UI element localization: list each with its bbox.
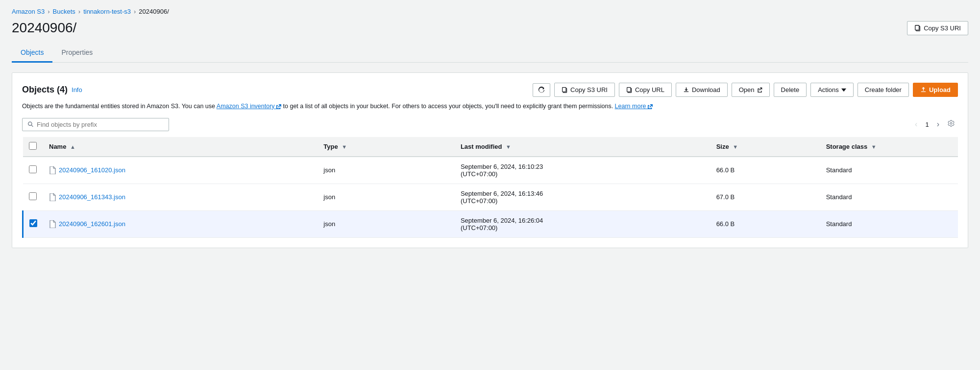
row2-modified: September 6, 2024, 16:13:46(UTC+07:00): [455, 184, 710, 210]
svg-point-8: [28, 122, 32, 125]
row1-name-cell: 20240906_161020.json: [43, 157, 318, 184]
row3-checkbox-cell[interactable]: [23, 210, 44, 237]
col-header-name[interactable]: Name ▲: [43, 137, 318, 157]
delete-button[interactable]: Delete: [774, 83, 807, 97]
tab-properties[interactable]: Properties: [52, 44, 101, 63]
description-row: Objects are the fundamental entities sto…: [22, 102, 958, 111]
objects-table: Name ▲ Type ▼ Last modified ▼ Size ▼ Sto…: [22, 137, 958, 238]
inventory-link[interactable]: Amazon S3 inventory: [217, 103, 281, 110]
svg-rect-3: [563, 88, 566, 92]
breadcrumb-amazon-s3[interactable]: Amazon S3: [12, 8, 45, 15]
search-bar[interactable]: [22, 118, 169, 131]
page-header: 20240906/ Copy S3 URI: [12, 20, 968, 36]
col-header-storage[interactable]: Storage class ▼: [820, 137, 958, 157]
search-input[interactable]: [37, 121, 164, 128]
svg-rect-5: [627, 88, 631, 92]
copy-url-button[interactable]: Copy URL: [619, 83, 672, 97]
row1-checkbox-cell[interactable]: [23, 157, 44, 184]
copy-s3-uri-header-button[interactable]: Copy S3 URI: [907, 21, 968, 35]
open-external-icon: [757, 87, 762, 92]
row3-type: json: [318, 210, 455, 237]
header-checkbox-cell[interactable]: [23, 137, 44, 157]
breadcrumb: Amazon S3 › Buckets › tinnakorn-test-s3 …: [12, 8, 968, 15]
row3-modified: September 6, 2024, 16:26:04(UTC+07:00): [455, 210, 710, 237]
row2-checkbox[interactable]: [29, 192, 37, 200]
open-button[interactable]: Open: [732, 83, 770, 97]
size-sort-icon: ▼: [733, 144, 738, 150]
breadcrumb-sep-1: ›: [48, 8, 49, 15]
refresh-icon: [538, 87, 545, 93]
table-settings-button[interactable]: [944, 118, 958, 130]
name-sort-icon: ▲: [70, 144, 75, 150]
info-link[interactable]: Info: [72, 86, 82, 93]
upload-icon: [920, 87, 927, 93]
actions-chevron-icon: [841, 88, 846, 92]
table-row: 20240906_162601.json json September 6, 2…: [23, 210, 958, 237]
actions-button[interactable]: Actions: [810, 83, 854, 97]
row3-checkbox[interactable]: [29, 219, 37, 227]
breadcrumb-buckets[interactable]: Buckets: [53, 8, 75, 15]
row2-file-link[interactable]: 20240906_161343.json: [59, 193, 125, 201]
col-header-type[interactable]: Type ▼: [318, 137, 455, 157]
svg-line-9: [31, 125, 33, 127]
breadcrumb-current-folder: 20240906/: [139, 8, 169, 15]
copy-icon: [914, 24, 921, 31]
copy-url-icon: [626, 87, 633, 93]
row1-size: 66.0 B: [710, 157, 820, 184]
objects-title: Objects (4): [22, 85, 68, 95]
download-button[interactable]: Download: [676, 83, 728, 97]
table-header-row: Name ▲ Type ▼ Last modified ▼ Size ▼ Sto…: [23, 137, 958, 157]
svg-rect-1: [915, 25, 919, 30]
tab-objects[interactable]: Objects: [12, 44, 52, 63]
download-icon: [683, 87, 689, 93]
row1-modified: September 6, 2024, 16:10:23(UTC+07:00): [455, 157, 710, 184]
col-header-size[interactable]: Size ▼: [710, 137, 820, 157]
create-folder-button[interactable]: Create folder: [858, 83, 909, 97]
search-pagination-row: ‹ 1 ›: [22, 118, 958, 131]
row1-file-link[interactable]: 20240906_161020.json: [59, 166, 125, 174]
row1-storage: Standard: [820, 157, 958, 184]
breadcrumb-bucket-name[interactable]: tinnakorn-test-s3: [83, 8, 131, 15]
learn-more-link[interactable]: Learn more: [615, 103, 653, 110]
table-row: 20240906_161343.json json September 6, 2…: [23, 184, 958, 210]
select-all-checkbox[interactable]: [29, 142, 37, 150]
search-icon: [27, 121, 34, 128]
row3-file-link[interactable]: 20240906_162601.json: [59, 220, 125, 228]
row1-checkbox[interactable]: [29, 165, 37, 173]
pagination-current: 1: [922, 120, 931, 129]
row2-size: 67.0 B: [710, 184, 820, 210]
toolbar: Objects (4) Info Copy S3 URI: [22, 83, 958, 97]
row2-type: json: [318, 184, 455, 210]
storage-sort-icon: ▼: [871, 144, 877, 150]
file-icon: [49, 166, 56, 174]
pagination-next-button[interactable]: ›: [934, 119, 942, 130]
breadcrumb-sep-3: ›: [134, 8, 136, 15]
row3-storage: Standard: [820, 210, 958, 237]
row1-type: json: [318, 157, 455, 184]
row2-storage: Standard: [820, 184, 958, 210]
settings-icon: [947, 119, 955, 127]
objects-panel: Objects (4) Info Copy S3 URI: [12, 72, 968, 248]
type-sort-icon: ▼: [342, 144, 347, 150]
page-title: 20240906/: [12, 20, 76, 36]
file-icon: [49, 220, 56, 228]
row2-name-cell: 20240906_161343.json: [43, 184, 318, 210]
refresh-button[interactable]: [533, 83, 550, 97]
objects-count-header: Objects (4) Info: [22, 85, 82, 95]
svg-rect-7: [921, 92, 926, 92]
table-row: 20240906_161020.json json September 6, 2…: [23, 157, 958, 184]
col-header-modified[interactable]: Last modified ▼: [455, 137, 710, 157]
breadcrumb-sep-2: ›: [78, 8, 80, 15]
svg-rect-6: [684, 92, 689, 92]
modified-sort-icon: ▼: [506, 144, 511, 150]
pagination-prev-button[interactable]: ‹: [912, 119, 920, 130]
tabs-bar: Objects Properties: [12, 44, 968, 63]
file-icon: [49, 193, 56, 201]
upload-button[interactable]: Upload: [913, 83, 958, 97]
row3-name-cell: 20240906_162601.json: [43, 210, 318, 237]
row2-checkbox-cell[interactable]: [23, 184, 44, 210]
copy-s3-uri-button[interactable]: Copy S3 URI: [554, 83, 615, 97]
copy-s3-uri-icon: [562, 87, 568, 93]
pagination-controls: ‹ 1 ›: [912, 118, 958, 130]
row3-size: 66.0 B: [710, 210, 820, 237]
